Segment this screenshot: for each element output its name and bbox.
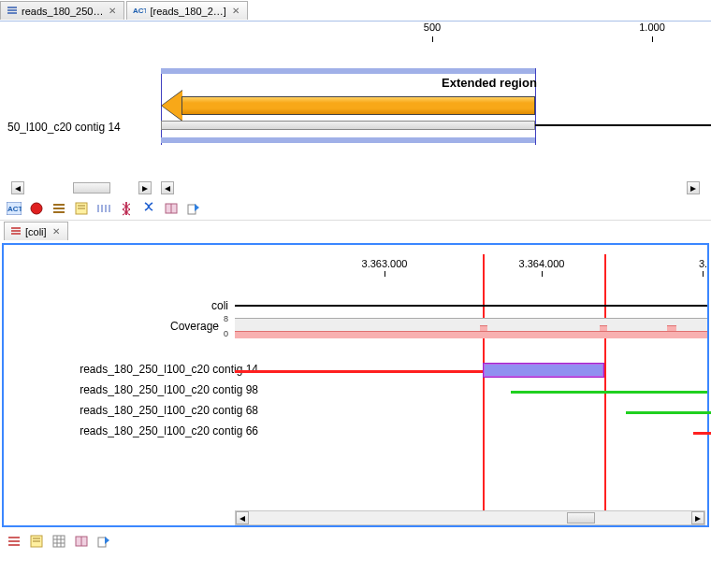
coverage-bump [600,325,607,331]
svg-rect-8 [53,208,65,209]
svg-rect-2 [7,12,17,14]
list-stack-icon [10,225,22,238]
contig-68-segment[interactable] [626,411,711,414]
export-icon[interactable] [185,200,202,217]
svg-rect-0 [7,7,17,8]
label-column-scrollbar[interactable]: ◂ ▸ [11,181,152,196]
svg-rect-25 [8,544,20,546]
contig-row-label: reads_180_250_l100_c20 contig 68 [4,404,258,424]
ruler-tick-label: 3.364.000 [519,258,565,269]
close-icon[interactable]: ✕ [107,6,118,17]
table-icon[interactable] [51,533,67,550]
contig-arrow[interactable] [181,96,535,115]
record-icon[interactable] [28,200,45,217]
close-icon[interactable]: ✕ [51,226,62,237]
svg-rect-9 [53,211,65,213]
contig-row-label: reads_180_250_l100_c20 contig 98 [4,383,258,404]
ruler-tick-label: 3. [699,258,707,269]
top-ruler: 500 1.000 [161,22,711,44]
close-icon[interactable]: ✕ [230,6,241,17]
scroll-left-icon[interactable]: ◂ [161,181,174,194]
alignment-scrollbar[interactable]: ◂ ▸ [235,510,705,525]
helix-icon[interactable] [140,200,157,217]
scroll-track[interactable] [249,511,691,524]
scroll-track[interactable] [174,181,687,194]
scroll-left-icon[interactable]: ◂ [11,181,24,194]
tab-reads-180-2-active[interactable]: ACT [reads_180_2…] ✕ [126,1,247,20]
alignment-panel: coli Coverage 8 0 reads_180_250_l100_c20… [2,243,709,527]
tab-label: [reads_180_2…] [150,6,225,17]
act-icon: ACT [133,5,146,18]
scroll-left-icon[interactable]: ◂ [236,511,249,524]
ruler-tick [703,271,704,277]
sequence-track[interactable] [161,121,535,130]
contig-row-label: reads_180_250_l100_c20 contig 14 [4,363,258,383]
selection-line-right[interactable] [604,254,606,512]
ruler-tick [652,36,653,42]
scroll-right-icon[interactable]: ▸ [691,511,704,524]
ruler-tick-label: 1.000 [639,22,665,33]
tab-label: [coli] [25,226,47,237]
coverage-bump [480,325,487,331]
toolbar-top: ACT [0,196,711,221]
scroll-thumb[interactable] [567,512,595,523]
selection-line-left[interactable] [483,254,485,512]
arrow-head-icon [162,91,182,121]
svg-rect-23 [8,537,20,538]
toolbar-bottom [0,529,711,553]
contig-14-segment[interactable] [235,370,483,373]
svg-rect-22 [11,233,21,235]
svg-rect-1 [7,9,17,11]
coli-track[interactable] [235,305,707,307]
caduceus-icon[interactable] [118,200,135,217]
track-label-column: coli Coverage 8 0 [4,299,228,346]
svg-rect-36 [98,538,106,547]
coverage-fill [235,331,707,338]
contig-row-label: 50_l100_c20 contig 14 [7,121,121,134]
region-bottom-rail [161,137,535,143]
note-icon[interactable] [28,533,45,550]
ruler-tick [385,271,385,277]
ruler-tick [432,36,433,42]
top-tab-bar: reads_180_250… ✕ ACT [reads_180_2…] ✕ [0,0,711,21]
region-top-rail [161,68,535,74]
scroll-thumb[interactable] [73,182,110,194]
contig-row-label: reads_180_250_l100_c20 contig 66 [4,424,258,445]
svg-point-6 [31,203,42,214]
svg-rect-21 [11,230,21,232]
contig-label-column: reads_180_250_l100_c20 contig 14 reads_1… [4,363,258,445]
ruler-icon[interactable] [95,200,112,217]
contig-98-segment[interactable] [511,391,707,394]
bottom-tab-bar: [coli] ✕ [4,221,711,241]
scroll-track[interactable] [24,181,138,194]
contig-14-highlight[interactable] [483,363,604,378]
scroll-right-icon[interactable]: ▸ [687,181,700,194]
coverage-scale-max: 8 [224,314,228,323]
svg-rect-24 [8,540,20,542]
alignment-canvas[interactable]: 3.363.000 3.364.000 3. [235,245,707,525]
coverage-bump [667,325,676,331]
book-icon[interactable] [163,200,180,217]
list-icon[interactable] [6,533,22,550]
scroll-right-icon[interactable]: ▸ [138,181,152,194]
svg-text:ACT: ACT [7,205,22,213]
list-icon[interactable] [51,200,67,217]
list-stack-icon [7,5,18,18]
svg-rect-19 [188,205,196,214]
contig-66-segment[interactable] [693,432,711,435]
track-label-coli: coli [4,299,228,316]
book-icon[interactable] [73,533,90,550]
act-icon[interactable]: ACT [6,200,22,217]
canvas-scrollbar[interactable]: ◂ ▸ [161,181,700,196]
svg-text:ACT: ACT [133,7,146,15]
tab-reads-180-250[interactable]: reads_180_250… ✕ [0,1,124,20]
tab-label: reads_180_250… [22,6,103,17]
export-icon[interactable] [95,533,112,550]
ruler-tick [542,271,543,277]
extended-region-label: Extended region [442,76,537,90]
svg-rect-7 [53,204,65,206]
tab-coli[interactable]: [coli] ✕ [4,222,68,240]
svg-rect-29 [53,536,65,547]
note-icon[interactable] [73,200,90,217]
contig-overview-panel: 500 1.000 50_l100_c20 contig 14 Extended… [0,21,711,196]
